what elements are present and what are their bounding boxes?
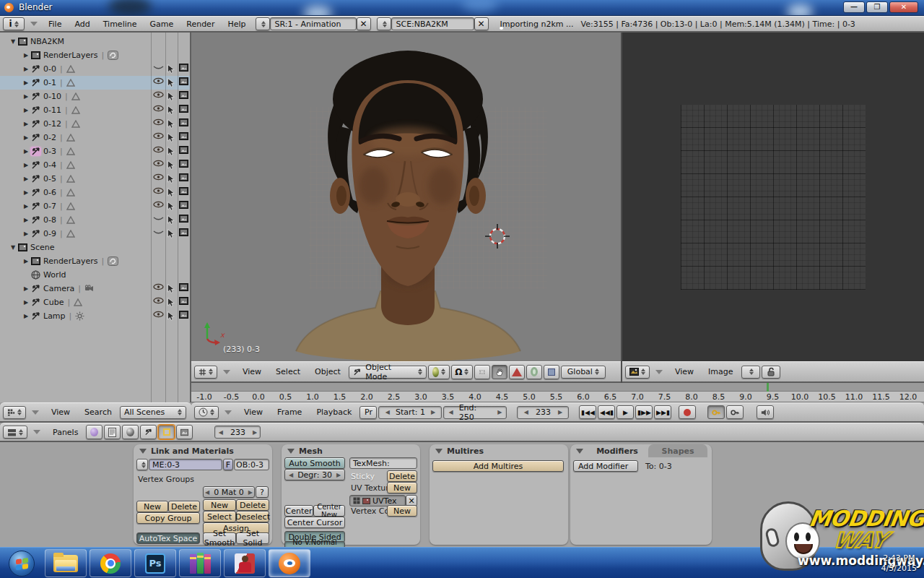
uv-image-editor[interactable]: View Image (621, 33, 924, 383)
outliner-item-label[interactable]: 0-9 (43, 229, 56, 238)
end-frame-field[interactable]: ◀End: 250▶ (443, 406, 507, 419)
outliner-item-label[interactable]: 0-5 (43, 174, 56, 184)
visibility-eye-icon[interactable] (153, 91, 164, 98)
play-icon[interactable]: ▶ (616, 405, 634, 419)
renderable-icon[interactable] (179, 64, 188, 72)
renderable-icon[interactable] (179, 283, 188, 291)
visibility-eye-icon[interactable] (153, 215, 164, 222)
panel-collapse-icon[interactable] (287, 449, 295, 454)
expand-icon[interactable]: ▶ (22, 66, 30, 72)
orientation-dropdown[interactable]: Global (561, 366, 606, 379)
center-button[interactable]: Center (284, 505, 313, 517)
visibility-eye-icon[interactable] (153, 173, 164, 181)
expand-icon[interactable]: ▶ (22, 52, 30, 59)
maximize-button[interactable]: ❐ (866, 1, 888, 13)
expand-icon[interactable]: ▶ (22, 258, 30, 264)
scene-browse-icon[interactable] (377, 17, 391, 30)
expand-icon[interactable]: ▶ (22, 93, 30, 100)
selectable-pointer-icon[interactable] (167, 202, 175, 211)
menu-help[interactable]: Help (221, 20, 252, 29)
selectable-pointer-icon[interactable] (167, 92, 175, 101)
taskbar-photoshop-icon[interactable]: Ps (134, 549, 176, 577)
renderable-icon[interactable] (179, 297, 188, 305)
visibility-eye-icon[interactable] (153, 64, 164, 71)
fake-user-button[interactable]: F (223, 459, 233, 470)
visibility-eye-icon[interactable] (153, 311, 164, 318)
outliner-row-0-3[interactable]: ▶0-3| (0, 144, 190, 158)
screen-selector[interactable]: SR:1 - Animation (270, 17, 357, 30)
visibility-eye-icon[interactable] (153, 283, 164, 290)
outliner-item-label[interactable]: 0-11 (43, 105, 61, 115)
panel-collapse-icon[interactable] (139, 449, 147, 454)
next-key-icon[interactable]: ▮▶▶ (635, 405, 653, 419)
image-browse-icon[interactable] (741, 366, 760, 379)
expand-icon[interactable]: ▶ (22, 313, 30, 319)
scene-selector[interactable]: SCE:NBA2KM (391, 17, 474, 30)
mute-audio-icon[interactable] (757, 405, 774, 419)
visibility-eye-icon[interactable] (153, 118, 164, 126)
editor-type-buttons-icon[interactable] (3, 426, 27, 439)
center-cursor-button[interactable]: Center Cursor (284, 517, 345, 528)
material-help-button[interactable]: ? (256, 486, 269, 498)
selectable-pointer-icon[interactable] (167, 64, 175, 74)
outliner-item-label[interactable]: 0-3 (43, 147, 56, 156)
material-select-button[interactable]: Select (203, 511, 236, 522)
outliner-row-renderlayers[interactable]: ▶RenderLayers| (0, 254, 190, 268)
outliner-item-label[interactable]: Scene (30, 243, 55, 252)
expand-icon[interactable]: ▶ (22, 203, 30, 210)
renderable-icon[interactable] (179, 160, 188, 168)
rotate-manipulator-icon[interactable] (526, 365, 542, 379)
minimize-button[interactable]: — (843, 1, 865, 13)
key-icon[interactable] (726, 405, 744, 419)
outliner-row-0-11[interactable]: ▶0-11| (0, 103, 190, 117)
selectable-pointer-icon[interactable] (167, 311, 175, 321)
outliner-row-cube[interactable]: ▶Cube| (0, 296, 190, 309)
outliner-item-label[interactable]: 0-8 (43, 215, 56, 225)
mesh-browse-icon[interactable] (136, 459, 148, 470)
outliner-row-nba2km[interactable]: ▼NBA2KM (0, 35, 190, 48)
outliner-item-label[interactable]: RenderLayers (43, 51, 98, 60)
add-modifier-button[interactable]: Add Modifier (573, 460, 638, 472)
manipulator-hand-icon[interactable] (492, 365, 507, 379)
menu-render[interactable]: Render (180, 20, 221, 29)
outliner-row-0-1[interactable]: ▶0-1| (0, 76, 190, 90)
center-new-button[interactable]: Center New (313, 505, 345, 517)
selectable-pointer-icon[interactable] (167, 174, 175, 184)
header-collapse-icon[interactable] (30, 22, 38, 26)
outliner-row-0-12[interactable]: ▶0-12| (0, 117, 190, 131)
renderable-icon[interactable] (179, 77, 188, 85)
timeline-menu-view[interactable]: View (237, 407, 269, 417)
playhead-marker[interactable] (767, 383, 769, 392)
visibility-eye-icon[interactable] (153, 105, 164, 112)
image-editor-collapse-icon[interactable] (655, 370, 663, 374)
visibility-eye-icon[interactable] (153, 77, 164, 85)
degr-stepper[interactable]: ◀Degr: 30▶ (284, 469, 345, 480)
scene-filter-dropdown[interactable]: All Scenes (120, 406, 186, 419)
screen-delete-button[interactable]: ✕ (357, 17, 371, 30)
material-new-button[interactable]: New (203, 499, 236, 511)
outliner-row-lamp[interactable]: ▶Lamp| (0, 309, 190, 323)
viewport-canvas[interactable]: x (233) 0-3 (191, 33, 621, 361)
renderable-icon[interactable] (179, 91, 188, 99)
pivot-dropdown[interactable]: Ω (451, 365, 473, 379)
image-editor-canvas[interactable] (622, 33, 924, 361)
material-deselect-button[interactable]: Deselect (236, 511, 269, 522)
auto-key-icon[interactable] (707, 405, 725, 419)
preview-range-button[interactable]: Pr (359, 406, 377, 419)
renderable-icon[interactable] (179, 173, 188, 181)
selectable-pointer-icon[interactable] (167, 147, 175, 156)
renderable-icon[interactable] (179, 215, 188, 223)
context-radiosity-icon[interactable] (176, 425, 193, 439)
outliner-row-camera[interactable]: ▶Camera| (0, 282, 190, 296)
set-solid-button[interactable]: Set Solid (236, 532, 269, 544)
image-menu-image[interactable]: Image (702, 367, 739, 376)
context-editing-icon[interactable] (158, 425, 175, 439)
translate-manipulator-icon[interactable] (509, 365, 525, 379)
outliner-row-0-5[interactable]: ▶0-5| (0, 172, 190, 186)
start-button[interactable] (9, 551, 35, 577)
visibility-eye-icon[interactable] (153, 146, 164, 153)
buttons-collapse-icon[interactable] (33, 430, 40, 434)
taskbar-nba2k-icon[interactable] (224, 549, 266, 577)
no-vnormal-flip-button[interactable]: No V.Normal Flip (284, 541, 345, 547)
outliner-item-label[interactable]: World (43, 270, 66, 280)
